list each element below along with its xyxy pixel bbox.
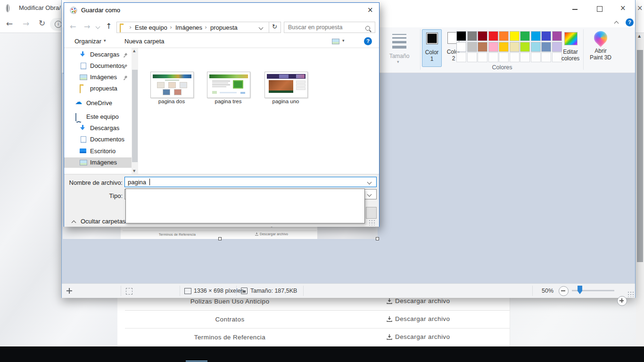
file-item-pagina-dos[interactable]: pagina dos [150, 72, 194, 106]
close-button[interactable]: × [611, 0, 635, 17]
maximize-button[interactable] [587, 0, 611, 17]
sidebar-item-propuesta[interactable]: propuesta [64, 83, 132, 94]
download-link[interactable]: Descargar archivo [387, 315, 450, 322]
sidebar-scrollbar[interactable]: ▲ ▼ [132, 48, 138, 174]
browser-forward-icon[interactable]: → [23, 19, 29, 28]
scrollbar-thumb[interactable] [132, 70, 138, 162]
palette-color[interactable] [520, 42, 530, 52]
scrollbar-down-icon[interactable]: ▼ [133, 169, 135, 173]
browser-back-icon[interactable]: ← [6, 19, 13, 28]
nav-back-icon[interactable]: ← [70, 22, 76, 31]
dialog-resize-grip[interactable] [369, 220, 375, 225]
filename-input[interactable]: pagina [124, 177, 377, 187]
color1-button[interactable]: Color 1 [422, 29, 442, 67]
nav-history-icon[interactable] [96, 25, 100, 29]
selection-handle-bottom-middle[interactable] [218, 237, 222, 240]
dialog-button-partial[interactable] [366, 207, 377, 219]
sidebar-item-este-equipo[interactable]: Este equipo [64, 112, 132, 122]
sidebar-item-onedrive[interactable]: ☁ OneDrive [64, 98, 132, 108]
palette-color[interactable] [499, 31, 509, 41]
palette-color[interactable] [499, 42, 509, 52]
palette-empty-slot[interactable] [456, 52, 466, 62]
browser-reload-icon[interactable]: ↻ [39, 18, 45, 28]
breadcrumb-segment[interactable]: Imágenes [175, 24, 202, 31]
dialog-close-button[interactable]: × [361, 3, 379, 18]
selection-handle-bottom-right[interactable] [376, 237, 379, 240]
palette-color[interactable] [467, 31, 477, 41]
zoom-slider-thumb[interactable] [578, 286, 582, 294]
breadcrumb-segment[interactable]: Este equipo [135, 24, 167, 31]
hide-folders-button[interactable]: Ocultar carpetas [70, 218, 132, 226]
download-link-label: Descargar archivo [395, 315, 450, 322]
palette-empty-slot[interactable] [510, 52, 520, 62]
palette-color[interactable] [541, 42, 551, 52]
palette-color[interactable] [531, 31, 541, 41]
sidebar-item-imagenes-quick[interactable]: Imágenes [64, 72, 132, 82]
edit-colors-button[interactable]: Editar colores [560, 29, 581, 69]
window-resize-grip[interactable] [627, 291, 634, 297]
filetype-dropdown-icon[interactable] [367, 192, 372, 197]
download-link[interactable]: Descargar archivo [387, 297, 450, 304]
file-item-pagina-tres[interactable]: pagina tres [207, 72, 250, 106]
download-link-label: Descargar archivo [395, 297, 450, 304]
palette-color[interactable] [456, 42, 466, 52]
browser-tab-title: Modificar Obra/ [19, 4, 61, 11]
palette-color[interactable] [531, 42, 541, 52]
palette-empty-slot[interactable] [541, 52, 551, 62]
help-icon[interactable]: ? [626, 18, 634, 26]
page-scrollbar[interactable]: ▲ [636, 33, 644, 346]
sidebar-item-escritorio[interactable]: Escritorio [64, 146, 132, 156]
dialog-help-icon[interactable]: ? [364, 37, 372, 45]
palette-color[interactable] [478, 31, 487, 41]
open-paint3d-button[interactable]: Abrir Paint 3D [586, 28, 615, 71]
breadcrumb[interactable]: › Este equipo › Imágenes › propuesta [116, 22, 269, 33]
collapse-ribbon-icon[interactable] [614, 21, 619, 26]
palette-empty-slot[interactable] [488, 52, 498, 62]
sidebar-item-documentos-quick[interactable]: Documentos [64, 61, 132, 71]
palette-color[interactable] [467, 42, 477, 52]
scrollbar-up-icon[interactable]: ▲ [133, 49, 135, 53]
size-button[interactable]: Tamaño ▾ [381, 28, 417, 71]
nav-up-icon[interactable]: ↑ [106, 22, 112, 31]
search-box[interactable]: Buscar en propuesta [284, 22, 375, 33]
sidebar-item-imagenes-pc[interactable]: Imágenes [64, 157, 132, 168]
scrollbar-thumb[interactable] [637, 50, 643, 262]
scrollbar-up-icon[interactable]: ▲ [638, 34, 641, 38]
search-icon[interactable] [365, 26, 370, 31]
palette-empty-slot[interactable] [520, 52, 530, 62]
palette-empty-slot[interactable] [499, 52, 509, 62]
refresh-button[interactable]: ↻ [269, 22, 281, 33]
palette-color[interactable] [520, 31, 530, 41]
zoom-in-button[interactable] [617, 296, 627, 306]
filename-dropdown-icon[interactable] [367, 180, 372, 185]
palette-color[interactable] [456, 31, 466, 41]
palette-color[interactable] [488, 31, 498, 41]
dialog-title-bar[interactable]: Guardar como × [64, 3, 379, 18]
sidebar-item-descargas-pc[interactable]: Descargas [64, 123, 132, 133]
palette-empty-slot[interactable] [478, 52, 487, 62]
view-mode-dropdown-icon[interactable]: ▾ [342, 38, 345, 43]
filetype-dropdown-list[interactable] [125, 189, 365, 223]
palette-color[interactable] [488, 42, 498, 52]
file-item-pagina-uno[interactable]: pagina uno [264, 72, 308, 106]
palette-empty-slot[interactable] [531, 52, 541, 62]
browser-close-icon[interactable]: × [637, 4, 643, 12]
new-folder-button[interactable]: Nueva carpeta [124, 38, 165, 45]
page-info-icon[interactable]: i [55, 21, 62, 28]
palette-color[interactable] [510, 42, 520, 52]
zoom-out-button[interactable] [559, 286, 569, 296]
palette-empty-slot[interactable] [467, 52, 477, 62]
minimize-button[interactable] [562, 0, 587, 17]
organize-menu[interactable]: Organizar [74, 38, 101, 45]
palette-color[interactable] [478, 42, 487, 52]
palette-color[interactable] [541, 31, 551, 41]
view-mode-icon[interactable] [332, 39, 339, 44]
breadcrumb-dropdown-icon[interactable] [259, 25, 264, 30]
palette-color[interactable] [510, 31, 520, 41]
color1-number: 1 [422, 56, 441, 62]
breadcrumb-segment[interactable]: propuesta [210, 24, 238, 31]
sidebar-item-documentos-pc[interactable]: Documentos [64, 134, 132, 145]
nav-forward-icon[interactable]: → [84, 22, 90, 31]
sidebar-item-descargas-quick[interactable]: Descargas [64, 49, 132, 60]
download-link[interactable]: Descargar archivo [387, 333, 450, 340]
